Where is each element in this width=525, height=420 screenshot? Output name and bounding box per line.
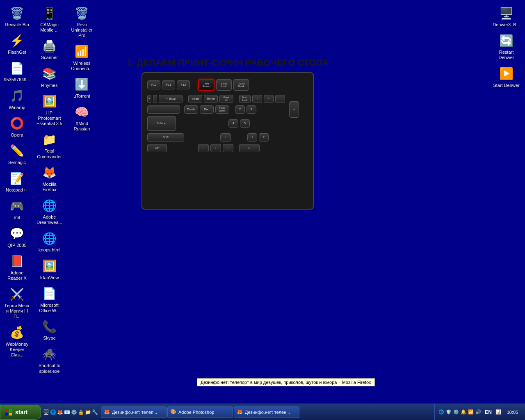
icon-firefox[interactable]: 🦊 Mozilla Firefox bbox=[34, 163, 65, 194]
key-scrolllock: ScrollLock bbox=[216, 79, 232, 91]
total-commander-icon: 📁 bbox=[41, 131, 58, 148]
key-numminus: - bbox=[275, 95, 285, 103]
icon-flashget[interactable]: ⚡ FlashGet bbox=[2, 31, 32, 57]
hpphotos-label: HP Photosmart Essential 3.5 bbox=[36, 110, 63, 127]
icon-xmind[interactable]: 🧠 XMind Russian bbox=[66, 102, 97, 133]
recycle-bin-icon: 🗑️ bbox=[9, 5, 25, 21]
icon-restart-denwer[interactable]: 🔄 Restart Denwer bbox=[491, 31, 522, 62]
revo-label: Revo Uninstaller Pro bbox=[68, 22, 96, 39]
system-tray: 🌐 🛡️ ⚙️ 🔔 📶 🔊 EN 📊 10:05 bbox=[434, 404, 525, 420]
content-title: 1. ДЕЛАЕМ ПРИНТ-СКРИН РАБОЧЕГО СТОЛА bbox=[111, 57, 345, 68]
icon-notepadpp[interactable]: 📝 Notepad++ bbox=[2, 169, 32, 194]
scanner-icon: 🖨️ bbox=[41, 38, 58, 54]
taskbar-extra3-icon[interactable]: 📁 bbox=[84, 409, 91, 415]
right-icon-area: 🖥️ Denwer3_B... 🔄 Restart Denwer ▶️ Star… bbox=[491, 3, 522, 90]
icon-revo[interactable]: 🗑️ Revo Uninstaller Pro bbox=[66, 3, 97, 40]
icon-qip[interactable]: 💬 QIP 2005 bbox=[2, 224, 32, 250]
taskbar-extra4-icon[interactable]: 🔧 bbox=[91, 409, 98, 415]
knops-label: knops.html bbox=[39, 247, 60, 253]
sys-tray-signal-icon[interactable]: 📊 bbox=[495, 409, 502, 415]
quick-launch-area: 🖥️ 🌐 🦊 📧 ⚙️ 🔒 📁 🔧 bbox=[41, 406, 100, 418]
key-numplus: + bbox=[289, 101, 299, 118]
icon-utorrent[interactable]: ⬇️ µTorrent bbox=[66, 75, 97, 100]
rhymes-icon: 📚 bbox=[41, 66, 58, 82]
restart-denwer-icon: 🔄 bbox=[498, 32, 515, 49]
hpphotos-icon: 🖼️ bbox=[41, 93, 58, 110]
key-num2: 2 bbox=[259, 133, 269, 142]
icon-setup[interactable]: 📄 953597649... bbox=[2, 58, 32, 84]
taskbar-show-desktop-icon[interactable]: 🖥️ bbox=[43, 409, 49, 415]
icon-denwer3b[interactable]: 🖥️ Denwer3_B... bbox=[491, 3, 522, 29]
icon-semagic[interactable]: ✏️ Semagic bbox=[2, 141, 32, 167]
key-num5: 5 bbox=[240, 119, 250, 128]
spider-label: Shortcut to spider.exe bbox=[36, 363, 63, 374]
taskbar-mail-icon[interactable]: 📧 bbox=[64, 409, 70, 415]
icon-scanner[interactable]: 🖨️ Scanner bbox=[34, 36, 65, 62]
taskbar-btn-dezinfo2[interactable]: 🦊 Дезинфо.нет: телен... bbox=[234, 406, 299, 418]
sys-tray-network-icon[interactable]: 🌐 bbox=[438, 409, 445, 415]
wireless-icon: 📶 bbox=[74, 43, 90, 60]
icon-irfanview[interactable]: 🖼️ IrfanView bbox=[34, 256, 65, 282]
webmoney-icon: 💰 bbox=[9, 324, 25, 341]
icon-recycle-bin[interactable]: 🗑️ Recycle Bin bbox=[2, 3, 32, 29]
key-f10: F10 bbox=[147, 80, 160, 89]
flashget-label: FlashGet bbox=[8, 50, 26, 55]
svg-rect-3 bbox=[9, 413, 12, 415]
icon-hpphotos[interactable]: 🖼️ HP Photosmart Essential 3.5 bbox=[34, 91, 65, 128]
sys-tray-extra1-icon[interactable]: ⚙️ bbox=[453, 409, 459, 415]
taskbar-extra2-icon[interactable]: 🔒 bbox=[78, 409, 84, 415]
key-ctrl: Ctrl bbox=[147, 144, 167, 152]
icon-msoffice[interactable]: 📄 Microsoft Office W... bbox=[34, 284, 65, 315]
taskbar-btn-photoshop[interactable]: 🎨 Adobe Photoshop bbox=[167, 406, 233, 418]
icon-spider[interactable]: 🕷️ Shortcut to spider.exe bbox=[34, 344, 65, 375]
icon-heroi[interactable]: ⚔️ Герои Меча и Магии III П... bbox=[2, 284, 32, 321]
recycle-bin-label: Recycle Bin bbox=[5, 22, 29, 27]
icon-dreamweaver[interactable]: 🌐 Adobe Dreamwea... bbox=[34, 196, 65, 227]
key-row3-left bbox=[147, 105, 180, 114]
icon-winamp[interactable]: 🎵 Winamp bbox=[2, 86, 32, 112]
icon-opera[interactable]: ⭕ Opera bbox=[2, 114, 32, 139]
taskbar-extra1-icon[interactable]: ⚙️ bbox=[71, 409, 77, 415]
taskbar-btn-dezinfo1[interactable]: 🦊 Дезинфо.нет: телеп... bbox=[101, 406, 167, 418]
taskbar-ie-icon[interactable]: 🌐 bbox=[50, 409, 56, 415]
taskbar-buttons-area: 🦊 Дезинфо.нет: телеп... 🎨 Adobe Photosho… bbox=[100, 406, 434, 418]
sys-tray-antivirus-icon[interactable]: 🛡️ bbox=[445, 409, 452, 415]
keyboard-row-3: Delete End PageDown 7 8 + bbox=[147, 105, 308, 114]
keyboard-image: F10 F11 F12 PrintScreen ScrollLock Pause… bbox=[142, 72, 314, 210]
sys-tray-extra3-icon[interactable]: 📶 bbox=[468, 409, 474, 415]
system-clock[interactable]: 10:05 bbox=[503, 410, 522, 415]
key-pagedown: PageDown bbox=[215, 105, 229, 114]
keyboard-row-4: Enter ↵ 4 5 bbox=[147, 116, 308, 131]
key-backspace: ← Bksp bbox=[159, 95, 183, 103]
language-indicator[interactable]: EN bbox=[483, 409, 493, 415]
icon-adobe-reader[interactable]: 📕 Adobe Reader X bbox=[2, 251, 32, 283]
sys-tray-extra2-icon[interactable]: 🔔 bbox=[460, 409, 467, 415]
xmind-label: XMind Russian bbox=[68, 121, 96, 132]
start-button[interactable]: start bbox=[0, 405, 41, 420]
sys-tray-extra4-icon[interactable]: 🔊 bbox=[475, 409, 482, 415]
icon-camagic[interactable]: 📱 CAMagic Mobile ... bbox=[34, 3, 65, 34]
taskbar-firefox-quick-icon[interactable]: 🦊 bbox=[57, 409, 63, 415]
skype-icon: 📞 bbox=[41, 318, 58, 335]
utorrent-label: µTorrent bbox=[73, 94, 90, 99]
opera-icon: ⭕ bbox=[9, 115, 25, 132]
icon-start-denwer[interactable]: ▶️ Start Denwer bbox=[491, 64, 522, 90]
icon-skype[interactable]: 📞 Skype bbox=[34, 317, 65, 342]
qip-icon: 💬 bbox=[9, 226, 25, 242]
denwer3b-label: Denwer3_B... bbox=[493, 22, 520, 27]
icon-knops[interactable]: 🌐 knops.html bbox=[34, 228, 65, 254]
icon-rhymes[interactable]: 📚 Rhymes bbox=[34, 64, 65, 90]
icon-total-commander[interactable]: 📁 Total Commander bbox=[34, 130, 65, 161]
desktop: 🗑️ Recycle Bin ⚡ FlashGet 📄 953597649...… bbox=[0, 0, 525, 404]
total-commander-label: Total Commander bbox=[36, 148, 63, 159]
taskbar: start 🖥️ 🌐 🦊 📧 ⚙️ 🔒 📁 🔧 🦊 Дезинфо.нет: т… bbox=[0, 404, 525, 420]
icon-m9[interactable]: 🎮 m9 bbox=[2, 196, 32, 222]
setup-label: 953597649... bbox=[4, 77, 30, 82]
spider-icon: 🕷️ bbox=[41, 346, 58, 362]
heroi-label: Герои Меча и Магии III П... bbox=[3, 303, 31, 320]
dreamweaver-label: Adobe Dreamwea... bbox=[36, 215, 63, 225]
key-end: End bbox=[200, 105, 214, 114]
icon-wireless[interactable]: 📶 Wireless Connecti... bbox=[66, 42, 97, 73]
wireless-label: Wireless Connecti... bbox=[68, 61, 96, 71]
icon-webmoney[interactable]: 💰 WebMoney Keeper Clas... bbox=[2, 323, 32, 360]
